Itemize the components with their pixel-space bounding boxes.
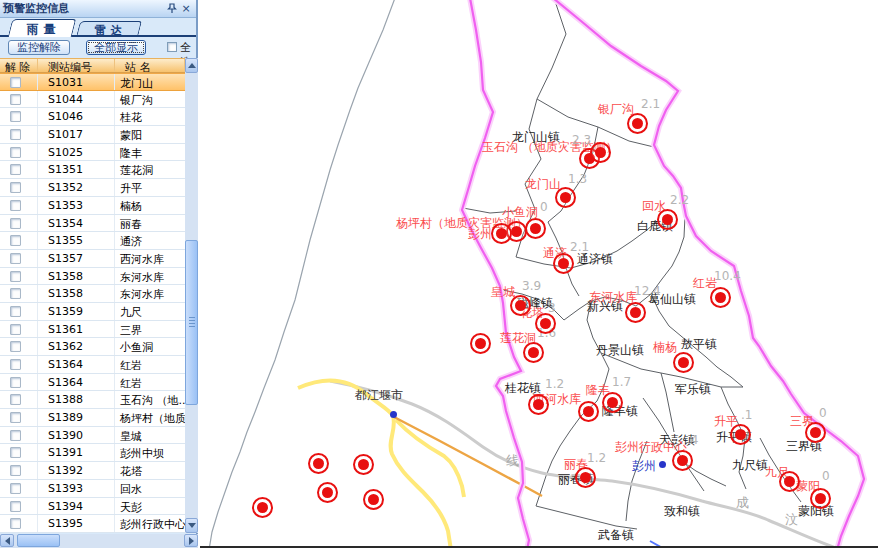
close-icon[interactable]: × bbox=[179, 2, 193, 15]
station-marker[interactable] bbox=[523, 342, 544, 363]
header-station-name[interactable]: 站 名 bbox=[115, 59, 185, 72]
row-checkbox[interactable] bbox=[10, 253, 21, 264]
station-marker[interactable] bbox=[672, 450, 693, 471]
row-checkbox[interactable] bbox=[10, 483, 21, 494]
table-row[interactable]: S1388玉石沟 （地.. bbox=[0, 391, 185, 409]
station-marker[interactable] bbox=[553, 253, 574, 274]
table-row[interactable]: S1362小鱼洞 bbox=[0, 338, 185, 356]
station-marker[interactable] bbox=[317, 482, 338, 503]
table-row[interactable]: S1361三界 bbox=[0, 321, 185, 339]
row-checkbox[interactable] bbox=[10, 359, 21, 370]
table-row[interactable]: S1017蒙阳 bbox=[0, 126, 185, 144]
row-checkbox[interactable] bbox=[10, 501, 21, 512]
row-checkbox[interactable] bbox=[10, 218, 21, 229]
station-marker[interactable] bbox=[730, 424, 751, 445]
station-marker[interactable] bbox=[252, 497, 273, 518]
scroll-left-button[interactable] bbox=[0, 534, 14, 547]
station-marker[interactable] bbox=[602, 392, 623, 413]
scroll-up-button[interactable] bbox=[185, 58, 198, 73]
table-row[interactable]: S1364红岩 bbox=[0, 356, 185, 374]
row-checkbox[interactable] bbox=[10, 341, 21, 352]
select-all-checkbox[interactable] bbox=[167, 42, 177, 52]
scroll-down-button[interactable] bbox=[185, 518, 198, 533]
row-checkbox[interactable] bbox=[10, 306, 21, 317]
station-marker[interactable] bbox=[575, 467, 596, 488]
row-checkbox[interactable] bbox=[10, 465, 21, 476]
station-marker[interactable] bbox=[810, 488, 831, 509]
table-row[interactable]: S1353楠杨 bbox=[0, 197, 185, 215]
row-checkbox[interactable] bbox=[10, 377, 21, 388]
horizontal-scrollbar[interactable] bbox=[0, 534, 198, 548]
panel-titlebar[interactable]: 预警监控信息 × bbox=[0, 0, 196, 18]
pin-icon[interactable] bbox=[165, 2, 179, 15]
row-checkbox[interactable] bbox=[10, 235, 21, 246]
release-monitor-button[interactable]: 监控解除 bbox=[8, 40, 70, 55]
table-row[interactable]: S1358东河水库 bbox=[0, 268, 185, 286]
table-row[interactable]: S1355通济 bbox=[0, 232, 185, 250]
table-row[interactable]: S1393回水 bbox=[0, 480, 185, 498]
show-all-button[interactable]: 全部显示 bbox=[86, 40, 146, 55]
row-checkbox[interactable] bbox=[10, 324, 21, 335]
station-marker[interactable] bbox=[308, 453, 329, 474]
station-marker[interactable] bbox=[779, 471, 800, 492]
station-marker[interactable] bbox=[578, 401, 599, 422]
row-checkbox[interactable] bbox=[10, 164, 21, 175]
table-row[interactable]: S1390皇城 bbox=[0, 427, 185, 445]
row-checkbox[interactable] bbox=[10, 147, 21, 158]
table-row[interactable]: S1364红岩 bbox=[0, 374, 185, 392]
row-checkbox[interactable] bbox=[10, 77, 21, 88]
row-checkbox[interactable] bbox=[10, 518, 21, 529]
station-marker[interactable] bbox=[470, 333, 491, 354]
row-checkbox[interactable] bbox=[10, 111, 21, 122]
table-row[interactable]: S1357西河水库 bbox=[0, 250, 185, 268]
table-row[interactable]: S1025隆丰 bbox=[0, 144, 185, 162]
table-row[interactable]: S1046桂花 bbox=[0, 108, 185, 126]
header-station-id[interactable]: 测站编号 bbox=[38, 59, 115, 72]
row-checkbox[interactable] bbox=[10, 447, 21, 458]
header-release[interactable]: 解 除 bbox=[0, 59, 38, 72]
row-checkbox[interactable] bbox=[10, 94, 21, 105]
row-checkbox[interactable] bbox=[10, 182, 21, 193]
station-marker[interactable] bbox=[528, 394, 549, 415]
station-marker[interactable] bbox=[363, 489, 384, 510]
station-marker[interactable] bbox=[673, 352, 694, 373]
table-row[interactable]: S1391彭州中坝 bbox=[0, 444, 185, 462]
station-marker[interactable] bbox=[491, 223, 512, 244]
row-checkbox[interactable] bbox=[10, 129, 21, 140]
station-marker[interactable] bbox=[627, 113, 648, 134]
table-row[interactable]: S1395彭州行政中心 bbox=[0, 515, 185, 533]
row-checkbox[interactable] bbox=[10, 394, 21, 405]
scroll-right-button[interactable] bbox=[184, 534, 198, 547]
row-checkbox[interactable] bbox=[10, 412, 21, 423]
map-area[interactable]: 龙门山镇白鹿镇通济镇磁峰镇新兴镇葛仙山镇丹景山镇敖平镇桂花镇隆丰镇军乐镇天彭镇丽… bbox=[200, 0, 878, 548]
table-row[interactable]: S1392花塔 bbox=[0, 462, 185, 480]
tab-rainfall[interactable]: 雨量 bbox=[8, 19, 76, 37]
station-marker[interactable] bbox=[555, 187, 576, 208]
table-row[interactable]: S1352升平 bbox=[0, 179, 185, 197]
table-row[interactable]: S1389杨坪村（地质.. bbox=[0, 409, 185, 427]
table-row[interactable]: S1358东河水库 bbox=[0, 285, 185, 303]
horizontal-scrollbar-thumb[interactable] bbox=[17, 534, 60, 547]
station-marker[interactable] bbox=[353, 454, 374, 475]
tab-radar[interactable]: 雷达 bbox=[76, 21, 142, 37]
table-row[interactable]: S1354丽春 bbox=[0, 215, 185, 233]
row-checkbox[interactable] bbox=[10, 200, 21, 211]
vertical-scrollbar-thumb[interactable] bbox=[185, 240, 198, 405]
station-marker[interactable] bbox=[510, 295, 531, 316]
station-marker[interactable] bbox=[710, 287, 731, 308]
station-marker[interactable] bbox=[535, 313, 556, 334]
row-checkbox[interactable] bbox=[10, 271, 21, 282]
station-marker[interactable] bbox=[525, 218, 546, 239]
table-row[interactable]: S1394天彭 bbox=[0, 498, 185, 516]
table-row[interactable]: S1044银厂沟 bbox=[0, 91, 185, 109]
row-checkbox[interactable] bbox=[10, 288, 21, 299]
row-checkbox[interactable] bbox=[10, 430, 21, 441]
station-marker[interactable] bbox=[805, 422, 826, 443]
vertical-scrollbar[interactable] bbox=[185, 58, 198, 533]
table-row[interactable]: S1359九尺 bbox=[0, 303, 185, 321]
station-marker[interactable] bbox=[590, 142, 611, 163]
table-row[interactable]: S1351莲花洞 bbox=[0, 161, 185, 179]
station-marker[interactable] bbox=[625, 302, 646, 323]
station-marker[interactable] bbox=[657, 209, 678, 230]
table-row[interactable]: S1031龙门山 bbox=[0, 73, 185, 91]
